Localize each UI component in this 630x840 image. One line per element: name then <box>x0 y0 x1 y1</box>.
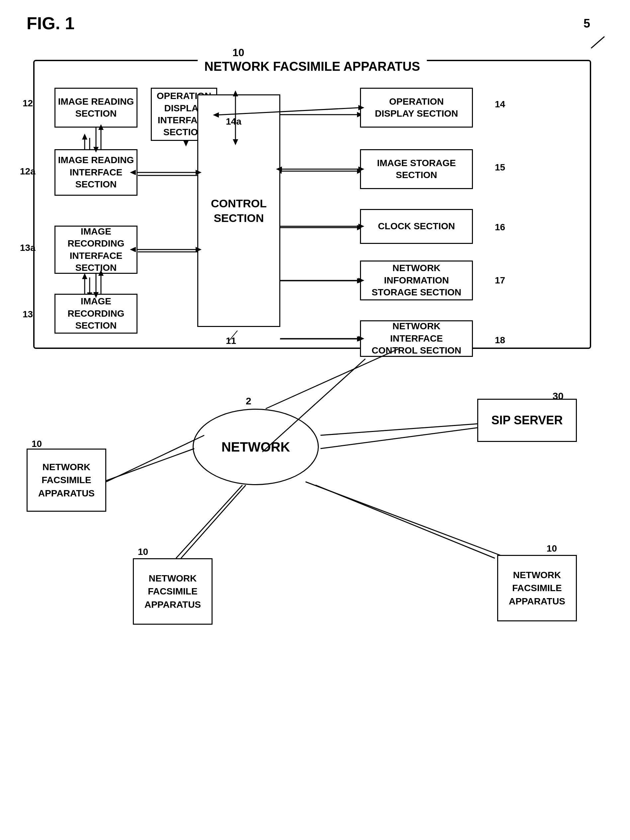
image-reading-label: IMAGE READINGSECTION <box>58 96 134 120</box>
clock-section-label: CLOCK SECTION <box>378 220 455 232</box>
image-recording-label: IMAGE RECORDINGSECTION <box>55 295 137 332</box>
svg-line-35 <box>176 485 243 558</box>
ref-12: 12 <box>23 98 33 109</box>
op-display-label: OPERATIONDISPLAY SECTION <box>375 96 458 120</box>
ref-10-left: 10 <box>32 439 42 449</box>
sip-server-box: SIP SERVER <box>477 399 577 442</box>
ref-11: 11 <box>226 336 236 346</box>
svg-line-68 <box>106 435 204 482</box>
svg-line-70 <box>306 482 508 558</box>
op-display-box: OPERATIONDISPLAY SECTION <box>360 88 473 128</box>
image-recording-interface-box: IMAGE RECORDINGINTERFACESECTION <box>55 226 137 274</box>
ref-10-br: 10 <box>547 543 557 554</box>
ref-30-label: 30 <box>553 390 564 402</box>
net-interface-control-label: NETWORKINTERFACECONTROL SECTION <box>372 321 461 357</box>
ref-5-label: 5 <box>583 17 590 30</box>
image-reading-interface-box: IMAGE READINGINTERFACESECTION <box>55 149 137 196</box>
ref-12a: 12a <box>20 166 36 177</box>
svg-line-69 <box>181 485 246 558</box>
net-fax-bc-label: NETWORKFACSIMILEAPPARATUS <box>145 572 201 611</box>
svg-line-34 <box>103 448 194 482</box>
svg-line-0 <box>591 36 605 48</box>
ref-10-bc: 10 <box>138 546 148 557</box>
ref-13: 13 <box>23 309 33 320</box>
svg-line-36 <box>315 485 495 558</box>
net-interface-control-box: NETWORKINTERFACECONTROL SECTION <box>360 321 473 357</box>
ref-18: 18 <box>495 335 505 346</box>
main-apparatus-box: NETWORK FACSIMILE APPARATUS OPERATIONDIS… <box>33 60 591 349</box>
clock-section-box: CLOCK SECTION <box>360 209 473 244</box>
ref-14: 14 <box>495 99 505 110</box>
svg-line-66 <box>266 349 398 409</box>
ref-16: 16 <box>495 222 505 232</box>
net-fax-br-label: NETWORKFACSIMILEAPPARATUS <box>509 568 565 608</box>
image-recording-box: IMAGE RECORDINGSECTION <box>55 294 137 333</box>
ref-13a: 13a <box>20 243 36 253</box>
ref-14a-label: 14a <box>226 116 241 127</box>
control-section-box: CONTROLSECTION <box>197 94 280 327</box>
net-info-storage-box: NETWORKINFORMATIONSTORAGE SECTION <box>360 261 473 300</box>
image-storage-box: IMAGE STORAGESECTION <box>360 149 473 189</box>
network-label: NETWORK <box>222 440 290 455</box>
net-fax-bottom-right-box: NETWORKFACSIMILEAPPARATUS <box>497 555 577 621</box>
ref-2-label: 2 <box>246 395 251 407</box>
sip-server-label: SIP SERVER <box>491 413 563 427</box>
net-fax-left-label: NETWORKFACSIMILEAPPARATUS <box>38 461 94 500</box>
network-ellipse: NETWORK <box>193 409 319 485</box>
page: FIG. 1 5 <box>0 0 630 840</box>
net-info-storage-label: NETWORKINFORMATIONSTORAGE SECTION <box>372 262 461 298</box>
ref-10-main: 10 <box>233 46 244 59</box>
net-fax-left-box: NETWORKFACSIMILEAPPARATUS <box>27 448 106 512</box>
main-apparatus-label: NETWORK FACSIMILE APPARATUS <box>198 60 427 74</box>
image-reading-box: IMAGE READINGSECTION <box>55 88 137 128</box>
image-recording-interface-label: IMAGE RECORDINGINTERFACESECTION <box>55 226 137 274</box>
image-storage-label: IMAGE STORAGESECTION <box>377 157 456 182</box>
net-fax-bottom-center-box: NETWORKFACSIMILEAPPARATUS <box>133 558 213 625</box>
control-section-label: CONTROLSECTION <box>211 196 267 225</box>
ref-15: 15 <box>495 162 505 173</box>
figure-label: FIG. 1 <box>27 13 74 33</box>
image-reading-interface-label: IMAGE READINGINTERFACESECTION <box>58 154 134 190</box>
ref-17: 17 <box>495 275 505 286</box>
